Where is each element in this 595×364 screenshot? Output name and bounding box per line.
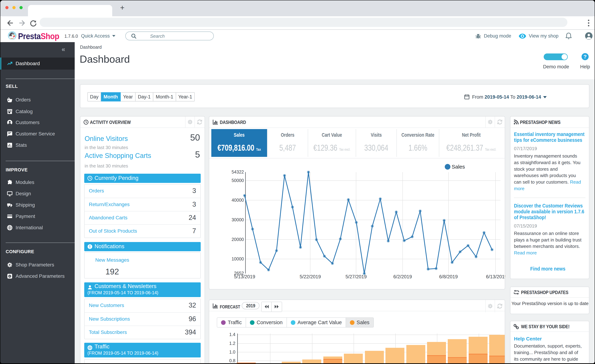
svg-text:54322: 54322 [232,169,244,174]
svg-text:10000: 10000 [232,256,244,261]
svg-text:40000: 40000 [232,198,244,203]
svg-text:6/13/2019: 6/13/2019 [486,274,505,279]
svg-text:20000: 20000 [232,237,244,242]
svg-text:50000: 50000 [232,178,244,183]
svg-text:6/2/2019: 6/2/2019 [393,274,412,279]
svg-text:30000: 30000 [232,217,244,222]
svg-text:1.2: 1.2 [229,341,235,346]
svg-text:Sales: Sales [452,164,465,170]
svg-text:1.4: 1.4 [229,332,235,337]
svg-text:6/8/2019: 6/8/2019 [439,274,458,279]
svg-text:5/22/2019: 5/22/2019 [300,274,321,279]
svg-text:0.8: 0.8 [229,358,235,363]
svg-text:5/13/2019: 5/13/2019 [234,274,255,279]
svg-text:1.0: 1.0 [229,350,235,354]
